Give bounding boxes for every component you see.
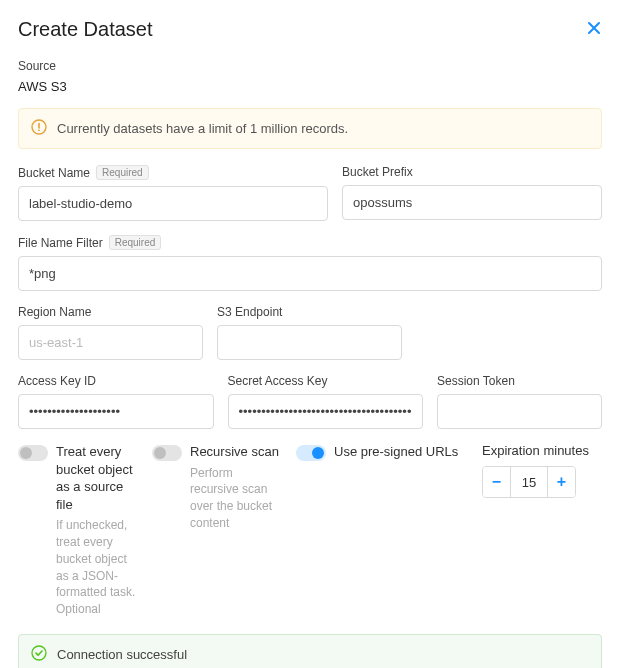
close-button[interactable]	[586, 20, 602, 39]
access-key-input[interactable]	[18, 394, 214, 429]
presigned-urls-label: Use pre-signed URLs	[334, 443, 458, 461]
bucket-name-label: Bucket Name	[18, 166, 90, 180]
bucket-prefix-input[interactable]	[342, 185, 602, 220]
region-name-input[interactable]	[18, 325, 203, 360]
bucket-name-input[interactable]	[18, 186, 328, 221]
connection-status-text: Connection successful	[57, 647, 187, 662]
source-value: AWS S3	[18, 79, 602, 94]
warning-text: Currently datasets have a limit of 1 mil…	[57, 121, 348, 136]
recursive-scan-desc: Perform recursive scan over the bucket c…	[190, 465, 282, 532]
bucket-prefix-label: Bucket Prefix	[342, 165, 413, 179]
expiration-increment-button[interactable]: +	[547, 467, 575, 497]
s3-endpoint-input[interactable]	[217, 325, 402, 360]
expiration-label: Expiration minutes	[482, 443, 589, 458]
dialog-title: Create Dataset	[18, 18, 153, 41]
treat-source-label: Treat every bucket object as a source fi…	[56, 443, 138, 513]
treat-source-desc: If unchecked, treat every bucket object …	[56, 517, 138, 618]
treat-source-toggle[interactable]	[18, 445, 48, 461]
source-label: Source	[18, 59, 602, 73]
secret-key-label: Secret Access Key	[228, 374, 328, 388]
connection-status-banner: Connection successful	[18, 634, 602, 668]
close-icon	[586, 20, 602, 36]
svg-point-2	[38, 129, 40, 131]
recursive-scan-toggle[interactable]	[152, 445, 182, 461]
access-key-label: Access Key ID	[18, 374, 96, 388]
expiration-stepper: − +	[482, 466, 576, 498]
required-badge: Required	[109, 235, 162, 250]
session-token-input[interactable]	[437, 394, 602, 429]
warning-icon	[31, 119, 47, 138]
file-filter-label: File Name Filter	[18, 236, 103, 250]
expiration-decrement-button[interactable]: −	[483, 467, 511, 497]
secret-key-input[interactable]	[228, 394, 424, 429]
presigned-urls-toggle[interactable]	[296, 445, 326, 461]
region-name-label: Region Name	[18, 305, 91, 319]
success-icon	[31, 645, 47, 664]
file-filter-input[interactable]	[18, 256, 602, 291]
svg-point-3	[32, 646, 46, 660]
limit-warning-banner: Currently datasets have a limit of 1 mil…	[18, 108, 602, 149]
s3-endpoint-label: S3 Endpoint	[217, 305, 282, 319]
expiration-input[interactable]	[511, 467, 547, 497]
required-badge: Required	[96, 165, 149, 180]
recursive-scan-label: Recursive scan	[190, 443, 282, 461]
session-token-label: Session Token	[437, 374, 515, 388]
